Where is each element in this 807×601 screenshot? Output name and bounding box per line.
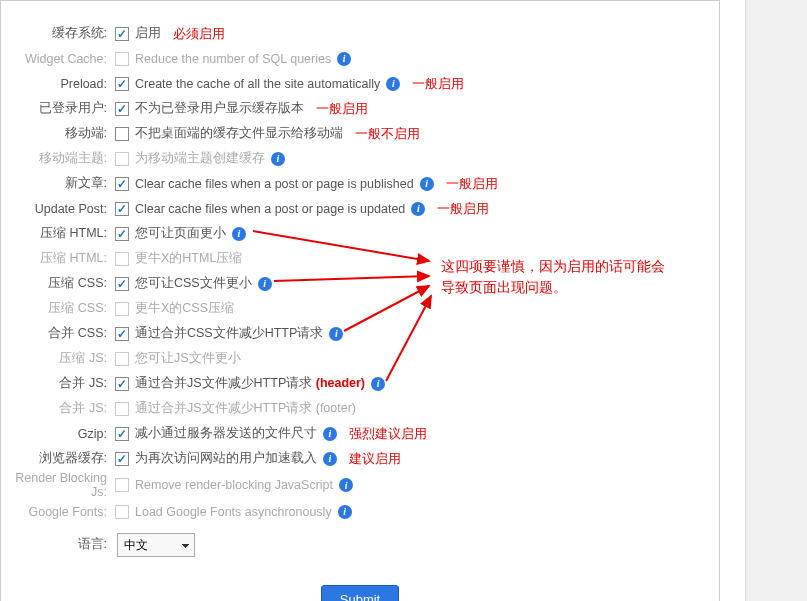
desc-combinecss: 通过合并CSS文件减少HTTP请求 [131,325,323,342]
desc-mobile: 不把桌面端的缓存文件显示给移动端 [131,125,343,142]
checkbox-newpost[interactable] [115,177,129,191]
checkbox-widget [115,52,129,66]
row-renderblock: Render Blocking Js: Remove render-blocki… [1,471,719,499]
desc-browser: 为再次访问网站的用户加速载入 [131,450,317,467]
info-icon[interactable]: i [329,327,343,341]
desc-gzip: 减小通过服务器发送的文件尺寸 [131,425,317,442]
note-browser: 建议启用 [349,450,401,468]
checkbox-googlefonts [115,505,129,519]
desc-combinejsf: 通过合并JS文件减少HTTP请求 (footer) [131,400,356,417]
info-icon[interactable]: i [386,77,400,91]
checkbox-cache[interactable] [115,27,129,41]
row-minhtml: 压缩 HTML: 您可让页面更小 i [1,221,719,246]
desc-googlefonts: Load Google Fonts asynchronously [131,505,332,519]
label-widget: Widget Cache: [1,52,113,66]
row-mincss2: 压缩 CSS: 更牛X的CSS压缩 [1,296,719,321]
checkbox-combinecss[interactable] [115,327,129,341]
info-icon[interactable]: i [232,227,246,241]
row-gzip: Gzip: 减小通过服务器发送的文件尺寸 i 强烈建议启用 [1,421,719,446]
checkbox-updatepost[interactable] [115,202,129,216]
caution-note: 这四项要谨慎，因为启用的话可能会导致页面出现问题。 [441,256,665,298]
row-combinecss: 合并 CSS: 通过合并CSS文件减少HTTP请求 i [1,321,719,346]
note-newpost: 一般启用 [446,175,498,193]
note-mobile: 一般不启用 [355,125,420,143]
label-mincss: 压缩 CSS: [1,275,113,292]
desc-mobiletheme: 为移动端主题创建缓存 [131,150,265,167]
note-updatepost: 一般启用 [437,200,489,218]
desc-updatepost: Clear cache files when a post or page is… [131,202,405,216]
wp-admin-sidebar [745,0,807,601]
label-preload: Preload: [1,77,113,91]
label-mobile: 移动端: [1,125,113,142]
desc-renderblock: Remove render-blocking JavaScript [131,478,333,492]
row-loggedin: 已登录用户: 不为已登录用户显示缓存版本 一般启用 [1,96,719,121]
checkbox-gzip[interactable] [115,427,129,441]
label-combinejsh: 合并 JS: [1,375,113,392]
checkbox-renderblock [115,478,129,492]
checkbox-loggedin[interactable] [115,102,129,116]
note-preload: 一般启用 [412,75,464,93]
info-icon[interactable]: i [323,452,337,466]
checkbox-minhtml2 [115,252,129,266]
desc-cache: 启用 [131,25,161,42]
submit-button[interactable]: Submit [321,585,399,601]
label-browser: 浏览器缓存: [1,450,113,467]
note-cache: 必须启用 [173,25,225,43]
info-icon[interactable]: i [411,202,425,216]
info-icon[interactable]: i [258,277,272,291]
row-minjs: 压缩 JS: 您可让JS文件更小 [1,346,719,371]
desc-preload: Create the cache of all the site automat… [131,77,380,91]
row-language: 语言: 中文 [1,532,719,557]
label-combinejsf: 合并 JS: [1,400,113,417]
checkbox-preload[interactable] [115,77,129,91]
info-icon[interactable]: i [339,478,353,492]
info-icon[interactable]: i [338,505,352,519]
header-tag: (header) [316,376,365,390]
desc-mincss: 您可让CSS文件更小 [131,275,252,292]
row-preload: Preload: Create the cache of all the sit… [1,71,719,96]
checkbox-mincss[interactable] [115,277,129,291]
info-icon[interactable]: i [371,377,385,391]
checkbox-minjs [115,352,129,366]
label-gzip: Gzip: [1,427,113,441]
label-renderblock: Render Blocking Js: [1,471,113,499]
row-mobiletheme: 移动端主题: 为移动端主题创建缓存 i [1,146,719,171]
row-updatepost: Update Post: Clear cache files when a po… [1,196,719,221]
checkbox-browser[interactable] [115,452,129,466]
row-mobile: 移动端: 不把桌面端的缓存文件显示给移动端 一般不启用 [1,121,719,146]
checkbox-combinejsf [115,402,129,416]
label-cache: 缓存系统: [1,25,113,42]
checkbox-combinejsh[interactable] [115,377,129,391]
checkbox-mincss2 [115,302,129,316]
info-icon[interactable]: i [271,152,285,166]
label-loggedin: 已登录用户: [1,100,113,117]
row-cache: 缓存系统: 启用 必须启用 [1,21,719,46]
info-icon[interactable]: i [420,177,434,191]
desc-minjs: 您可让JS文件更小 [131,350,241,367]
settings-panel: 缓存系统: 启用 必须启用 Widget Cache: Reduce the n… [0,0,720,601]
language-select[interactable]: 中文 [117,533,195,557]
note-loggedin: 一般启用 [316,100,368,118]
checkbox-mobiletheme [115,152,129,166]
row-newpost: 新文章: Clear cache files when a post or pa… [1,171,719,196]
checkbox-mobile[interactable] [115,127,129,141]
row-combinejsh: 合并 JS: 通过合并JS文件减少HTTP请求 (header) i [1,371,719,396]
label-language: 语言: [1,536,113,553]
label-minhtml2: 压缩 HTML: [1,250,113,267]
label-updatepost: Update Post: [1,202,113,216]
desc-newpost: Clear cache files when a post or page is… [131,177,414,191]
desc-mincss2: 更牛X的CSS压缩 [131,300,234,317]
label-combinecss: 合并 CSS: [1,325,113,342]
desc-widget: Reduce the number of SQL queries [131,52,331,66]
row-widget: Widget Cache: Reduce the number of SQL q… [1,46,719,71]
row-browser: 浏览器缓存: 为再次访问网站的用户加速载入 i 建议启用 [1,446,719,471]
row-googlefonts: Google Fonts: Load Google Fonts asynchro… [1,499,719,524]
info-icon[interactable]: i [323,427,337,441]
desc-combinejsh: 通过合并JS文件减少HTTP请求 (header) [131,375,365,392]
checkbox-minhtml[interactable] [115,227,129,241]
info-icon[interactable]: i [337,52,351,66]
desc-minhtml2: 更牛X的HTML压缩 [131,250,242,267]
note-gzip: 强烈建议启用 [349,425,427,443]
label-minhtml: 压缩 HTML: [1,225,113,242]
row-combinejsf: 合并 JS: 通过合并JS文件减少HTTP请求 (footer) [1,396,719,421]
